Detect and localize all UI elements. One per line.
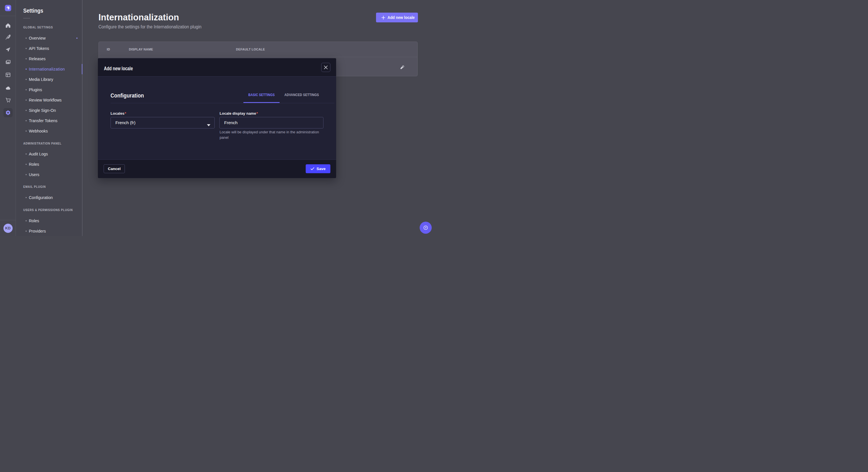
svg-text:?: ? xyxy=(425,226,427,229)
